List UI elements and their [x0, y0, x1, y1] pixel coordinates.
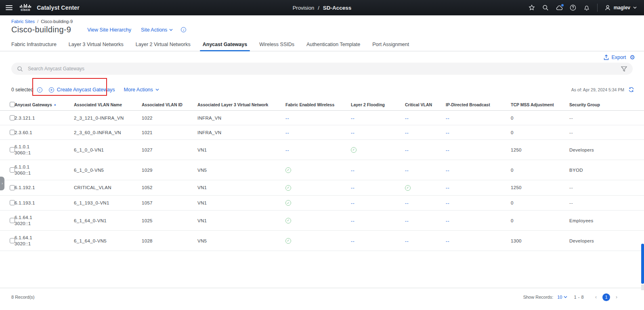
- breadcrumb-separator: /: [37, 19, 38, 24]
- cell-tcp_mss_adjustment: 0: [511, 111, 569, 125]
- cell-associated_vlan_name: 2_3_60_0-INFRA_VN: [74, 125, 142, 140]
- table-row: 6.1.0.13060::16_1_0_0-VN51029VN5✓------0…: [0, 160, 644, 180]
- column-header-fabric_enabled_wireless[interactable]: Fabric Enabled Wireless: [285, 98, 351, 111]
- cell-anycast_gateways: 2.3.60.1: [15, 125, 74, 140]
- column-header-security_group[interactable]: Security Group: [569, 98, 644, 111]
- cell-ip_directed_broadcast: --: [446, 111, 511, 125]
- search-icon[interactable]: [542, 4, 549, 11]
- tab-wireless-ssids[interactable]: Wireless SSIDs: [253, 38, 300, 51]
- user-menu[interactable]: maglev: [604, 4, 637, 11]
- prev-page-icon[interactable]: ‹: [593, 294, 599, 300]
- cell-tcp_mss_adjustment: 0: [511, 195, 569, 211]
- cell-associated_l3_vn: VN5: [197, 160, 285, 180]
- cell-ip_directed_broadcast: --: [446, 140, 511, 160]
- cell-ip_directed_broadcast: --: [446, 160, 511, 180]
- cell-security_group: Developers: [569, 140, 644, 160]
- column-header-tcp_mss_adjustment[interactable]: TCP MSS Adjustment: [511, 98, 569, 111]
- more-actions-dropdown[interactable]: More Actions: [124, 87, 159, 93]
- cell-associated_vlan_name: 6_1_193_0-VN1: [74, 195, 142, 211]
- export-button[interactable]: Export: [604, 55, 626, 60]
- tab-authentication-template[interactable]: Authentication Template: [300, 38, 366, 51]
- column-header-critical_vlan[interactable]: Critical VLAN: [405, 98, 446, 111]
- site-actions-chevron-down-icon: [169, 29, 173, 31]
- cell-security_group: --: [569, 125, 644, 140]
- cell-anycast_gateways: 6.1.0.13060::1: [15, 140, 74, 160]
- table-row: 6.1.193.16_1_193_0-VN11057VN1✓------0--: [0, 195, 644, 211]
- site-actions-dropdown[interactable]: Site Actions: [141, 27, 173, 33]
- tab-layer-2-virtual-networks[interactable]: Layer 2 Virtual Networks: [130, 38, 197, 51]
- cloud-status-icon[interactable]: [556, 4, 563, 11]
- table-row: 6.1.64.13020::16_1_64_0-VN11025VN1✓-----…: [0, 211, 644, 231]
- selected-info-icon[interactable]: i: [37, 87, 42, 93]
- cell-ip_directed_broadcast: --: [446, 125, 511, 140]
- tab-anycast-gateways[interactable]: Anycast Gateways: [197, 38, 253, 51]
- cisco-logo-bars: [20, 4, 31, 8]
- cell-tcp_mss_adjustment: 1250: [511, 180, 569, 196]
- cell-associated_l3_vn: VN1: [197, 195, 285, 211]
- tab-fabric-infrastructure[interactable]: Fabric Infrastructure: [5, 38, 63, 51]
- record-range: 1 - 8: [574, 295, 584, 299]
- favorites-star-icon[interactable]: [529, 4, 535, 11]
- current-page-button[interactable]: 1: [602, 293, 610, 301]
- cell-associated_vlan_id: 1021: [142, 125, 197, 140]
- app-window: cisco Catalyst Center Provision / SD-Acc…: [0, 0, 644, 310]
- cloud-notification-dot: [561, 4, 564, 6]
- hamburger-menu-icon[interactable]: [6, 5, 13, 10]
- table-settings-gear-icon[interactable]: ⚙: [630, 54, 635, 60]
- cell-critical_vlan: --: [405, 231, 446, 251]
- cell-associated_vlan_name: 6_1_64_0-VN5: [74, 231, 142, 251]
- page-header: Cisco-building-9 View Site Hierarchy Sit…: [0, 24, 644, 34]
- create-anycast-gateways-button[interactable]: + Create Anycast Gateways: [49, 87, 115, 93]
- refresh-icon[interactable]: [628, 87, 634, 93]
- column-header-anycast_gateways[interactable]: Anycast Gateways▲: [15, 98, 74, 111]
- enabled-check-icon: ✓: [285, 200, 291, 206]
- site-info-icon[interactable]: i: [181, 27, 186, 32]
- column-header-ip_directed_broadcast[interactable]: IP-Directed Broadcast: [446, 98, 511, 111]
- cell-critical_vlan: --: [405, 211, 446, 231]
- column-header-associated_l3_vn[interactable]: Associated Layer 3 Virtual Network: [197, 98, 285, 111]
- cell-tcp_mss_adjustment: 0: [511, 211, 569, 231]
- next-page-icon[interactable]: ›: [613, 294, 620, 300]
- cell-ip_directed_broadcast: --: [446, 180, 511, 196]
- cell-layer2_flooding: ✓: [351, 140, 405, 160]
- cell-associated_l3_vn: VN1: [197, 140, 285, 160]
- enabled-check-icon: ✓: [351, 147, 357, 153]
- column-header-layer2_flooding[interactable]: Layer 2 Flooding: [351, 98, 405, 111]
- cell-ip_directed_broadcast: --: [446, 195, 511, 211]
- breadcrumb-fabric-sites[interactable]: Fabric Sites: [11, 19, 35, 24]
- column-header-associated_vlan_name[interactable]: Associated VLAN Name: [74, 98, 142, 111]
- notifications-bell-icon[interactable]: [583, 4, 590, 11]
- plus-circle-icon: +: [49, 87, 54, 93]
- nav-section[interactable]: Provision: [293, 5, 314, 11]
- search-input[interactable]: Search Anycast Gateways: [11, 63, 633, 75]
- cell-ip_directed_broadcast: --: [446, 211, 511, 231]
- vertical-scrollbar-thumb[interactable]: [641, 244, 644, 284]
- cell-associated_l3_vn: INFRA_VN: [197, 125, 285, 140]
- create-anycast-gateways-label: Create Anycast Gateways: [57, 87, 115, 93]
- help-icon[interactable]: [570, 4, 577, 11]
- tab-layer-3-virtual-networks[interactable]: Layer 3 Virtual Networks: [63, 38, 130, 51]
- nav-subsection[interactable]: SD-Access: [323, 5, 352, 11]
- column-header-associated_vlan_id[interactable]: Associated VLAN ID: [142, 98, 197, 111]
- cell-anycast_gateways: 2.3.121.1: [15, 111, 74, 125]
- as-of-timestamp: As of: Apr 29, 2024 5:34 PM: [571, 87, 634, 93]
- panel-expander-chevron-right-icon[interactable]: ›: [0, 177, 4, 190]
- cell-associated_vlan_id: 1022: [142, 111, 197, 125]
- topbar-divider: [597, 4, 598, 12]
- cell-associated_l3_vn: VN1: [197, 180, 285, 196]
- tab-port-assignment[interactable]: Port Assignment: [366, 38, 415, 51]
- view-site-hierarchy-link[interactable]: View Site Hierarchy: [87, 27, 131, 33]
- cell-layer2_flooding: --: [351, 231, 405, 251]
- pagination: Show Records: 10 1 - 8 ‹ 1 ›: [523, 293, 620, 301]
- table-row: 2.3.121.12_3_121_0-INFRA_VN1022INFRA_VN-…: [0, 111, 644, 125]
- cell-fabric_enabled_wireless: ✓: [285, 231, 351, 251]
- page-size-dropdown[interactable]: 10: [557, 295, 567, 299]
- cell-anycast_gateways: 6.1.64.13020::1: [15, 211, 74, 231]
- cell-ip_directed_broadcast: --: [446, 231, 511, 251]
- cell-associated_l3_vn: INFRA_VN: [197, 111, 285, 125]
- filter-funnel-icon[interactable]: [621, 66, 627, 72]
- cell-associated_vlan_name: 6_1_0_0-VN5: [74, 160, 142, 180]
- page-size-chevron-down-icon: [564, 296, 567, 298]
- cell-anycast_gateways: 6.1.193.1: [15, 195, 74, 211]
- search-row: Search Anycast Gateways: [11, 63, 633, 75]
